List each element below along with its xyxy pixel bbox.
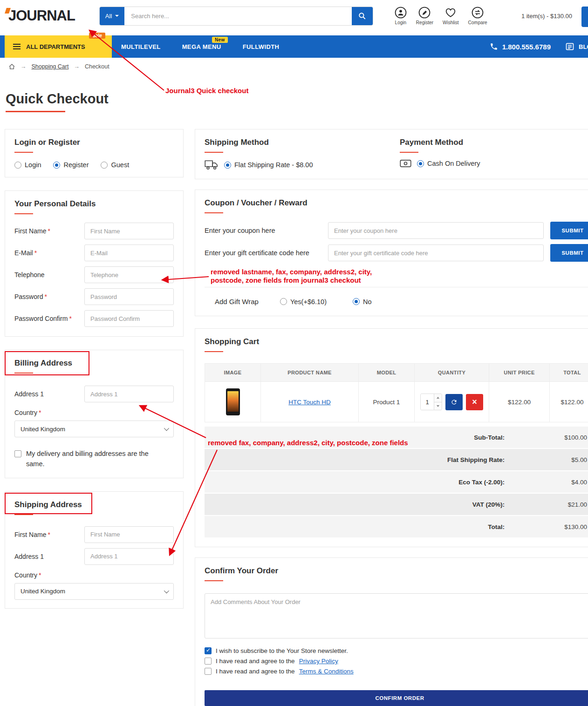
cart-summary[interactable]: 1 item(s) - $130.00 (521, 13, 572, 20)
checkbox-icon (14, 450, 21, 457)
radio-icon (280, 298, 287, 305)
register-radio[interactable]: Register (53, 161, 89, 169)
cash-on-delivery-radio[interactable]: Cash On Delivery (417, 160, 480, 167)
panel-title: Billing Address (14, 359, 174, 368)
radio-label: Guest (111, 161, 129, 169)
billing-country-select[interactable]: United Kingdom (14, 421, 174, 437)
terms-conditions-link[interactable]: Terms & Conditions (299, 668, 354, 675)
cart-button[interactable] (581, 7, 588, 27)
guest-radio[interactable]: Guest (101, 161, 129, 169)
same-address-checkbox[interactable]: My delivery and billing addresses are th… (14, 448, 174, 469)
agree-label: I have read and agree to the (216, 658, 295, 665)
checkbox-icon (205, 658, 212, 665)
radio-label: Login (25, 161, 41, 169)
register-button[interactable]: Register (416, 7, 433, 25)
radio-icon (14, 162, 21, 169)
billing-address1-field[interactable] (84, 386, 174, 402)
newsletter-checkbox[interactable]: I wish to subscribe to the Your Store ne… (205, 647, 588, 654)
wishlist-button[interactable]: Wishlist (443, 7, 458, 25)
panel-title-underline (14, 514, 33, 515)
shipping-method-section: Shipping Method Flat Shipping Rate - $8.… (205, 138, 400, 170)
departments-label: ALL DEPARTMENTS (26, 43, 85, 50)
panel-title-underline (14, 373, 33, 373)
gift-certificate-input[interactable] (328, 244, 544, 261)
shipping-first-name-field[interactable] (84, 526, 174, 543)
gift-wrap-yes-radio[interactable]: Yes(+$6.10) (280, 298, 327, 305)
telephone-field[interactable] (84, 266, 174, 283)
remove-item-button[interactable]: × (466, 394, 483, 410)
confirm-order-button[interactable]: CONFIRM ORDER (205, 690, 588, 706)
home-icon[interactable] (8, 63, 15, 70)
phone-link[interactable]: 1.800.555.6789 (490, 35, 551, 58)
coupon-submit-button[interactable]: SUBMIT (550, 222, 588, 239)
telephone-row: Telephone (14, 266, 174, 283)
product-link[interactable]: HTC Touch HD (288, 399, 331, 406)
nav-item-multilevel[interactable]: MULTILEVEL (121, 43, 161, 50)
terms-checkbox[interactable]: I have read and agree to the Terms & Con… (205, 668, 588, 675)
required-mark: * (48, 227, 50, 235)
search-bar: All (99, 7, 373, 26)
login-radio[interactable]: Login (14, 161, 41, 169)
eco-tax-row: Eco Tax (-2.00): $4.00 (205, 471, 588, 494)
search-category-label: All (105, 13, 112, 20)
nav-item-label: FULLWIDTH (243, 43, 280, 50)
order-comments-textarea[interactable] (205, 593, 588, 638)
confirm-order-panel: Confirm Your Order I wish to subscribe t… (195, 557, 588, 706)
privacy-policy-link[interactable]: Privacy Policy (299, 658, 338, 665)
logo-text: JOURNAL (8, 7, 75, 24)
nav-item-mega-menu[interactable]: MEGA MENU New (182, 43, 221, 50)
first-name-field[interactable] (84, 223, 174, 239)
quantity-input[interactable] (421, 394, 434, 410)
quantity-up-button[interactable] (434, 394, 442, 402)
panel-title-underline (205, 580, 223, 581)
panel-title: Shopping Cart (205, 337, 588, 346)
panel-title: Your Personal Details (14, 199, 174, 209)
shipping-address1-field[interactable] (84, 548, 174, 565)
breadcrumb-shopping-cart[interactable]: Shopping Cart (32, 63, 69, 70)
quantity-cell: × (415, 382, 489, 422)
shipping-country-select[interactable]: United Kingdom (14, 583, 174, 600)
coupon-input[interactable] (328, 222, 544, 239)
gift-wrap-no-radio[interactable]: No (353, 298, 372, 305)
billing-address-panel: Billing Address Address 1 Country* Unite… (5, 350, 184, 478)
update-quantity-button[interactable] (445, 394, 463, 410)
total-value: $21.00 (511, 501, 588, 508)
product-image[interactable] (226, 388, 240, 415)
panel-title: Login or Register (14, 138, 174, 147)
radio-label: Cash On Delivery (427, 160, 480, 167)
password-confirm-field[interactable] (84, 310, 174, 327)
all-departments-button[interactable]: ALL DEPARTMENTS Sale (5, 35, 112, 58)
quantity-down-button[interactable] (434, 402, 442, 410)
blog-button[interactable]: BLO (559, 35, 588, 58)
blog-label: BLO (579, 43, 588, 50)
flat-shipping-radio[interactable]: Flat Shipping Rate - $8.00 (224, 161, 313, 169)
search-button[interactable] (352, 7, 373, 25)
field-label: Password* (14, 293, 84, 300)
compare-button[interactable]: Compare (468, 7, 487, 25)
nav-item-fullwidth[interactable]: FULLWIDTH (243, 43, 280, 50)
privacy-policy-checkbox[interactable]: I have read and agree to the Privacy Pol… (205, 658, 588, 665)
phone-number: 1.800.555.6789 (502, 43, 551, 51)
blog-icon (565, 42, 574, 51)
email-field[interactable] (84, 244, 174, 261)
panel-title-underline (205, 212, 223, 213)
page-title: Quick Checkout (6, 91, 588, 107)
header-actions: Login Register Wishlist Compare (395, 7, 487, 25)
shipping-first-name-row: First Name* (14, 526, 174, 543)
search-input[interactable] (124, 7, 352, 25)
search-category-dropdown[interactable]: All (100, 7, 124, 25)
login-button[interactable]: Login (395, 7, 407, 25)
total-value: $130.00 (511, 523, 588, 530)
cart-totals: Sub-Total: $100.00 Flat Shipping Rate: $… (205, 427, 588, 538)
search-icon (358, 12, 366, 20)
gift-wrap-section: Add Gift Wrap Yes(+$6.10) No (205, 287, 588, 307)
logo[interactable]: JOURNAL (6, 7, 75, 24)
password-field[interactable] (84, 288, 174, 305)
radio-label: Register (63, 161, 89, 169)
selected-country: United Kingdom (21, 588, 65, 595)
field-label: First Name* (14, 227, 84, 235)
new-badge: New (212, 37, 228, 43)
billing-country-label: Country* (14, 409, 174, 416)
site-header: JOURNAL All Login Register Wish (0, 0, 588, 35)
gift-certificate-submit-button[interactable]: SUBMIT (550, 244, 588, 262)
